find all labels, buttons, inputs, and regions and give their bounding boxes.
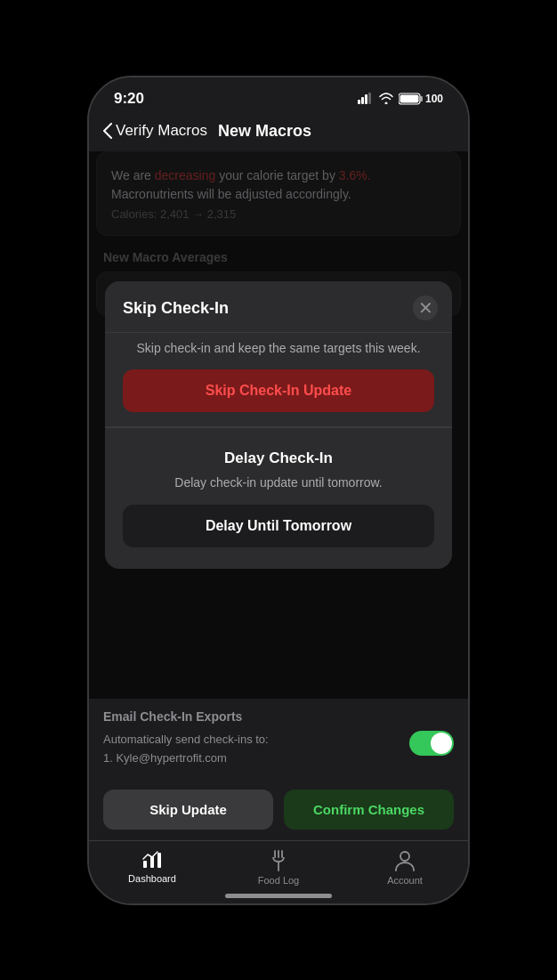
wifi-icon <box>379 93 393 104</box>
tab-foodlog-label: Food Log <box>258 875 299 886</box>
tab-dashboard-label: Dashboard <box>128 873 176 884</box>
tab-dashboard[interactable]: Dashboard <box>89 850 215 886</box>
back-button[interactable]: Verify Macros <box>103 122 207 140</box>
confirm-changes-button[interactable]: Confirm Changes <box>284 790 454 830</box>
foodlog-icon <box>270 850 287 871</box>
bottom-section: Email Check-In Exports Automatically sen… <box>89 699 468 779</box>
email-row: Automatically send check-ins to:1. Kyle@… <box>103 731 454 768</box>
skip-description: Skip check-in and keep the same targets … <box>123 340 434 358</box>
modal-overlay: Skip Check-In ✕ Skip check-in and keep t… <box>89 151 468 699</box>
email-toggle[interactable] <box>409 731 454 756</box>
svg-rect-3 <box>368 93 371 104</box>
toggle-knob <box>431 733 452 754</box>
skip-update-button[interactable]: Skip Update <box>103 790 273 830</box>
svg-rect-7 <box>143 861 147 868</box>
email-section-title: Email Check-In Exports <box>103 709 454 724</box>
battery-level: 100 <box>425 93 443 105</box>
tab-account[interactable]: Account <box>342 850 468 886</box>
svg-rect-1 <box>361 97 364 104</box>
svg-point-14 <box>400 852 409 861</box>
tab-account-label: Account <box>387 875 423 886</box>
delay-description: Delay check-in update until tomorrow. <box>123 474 434 492</box>
status-bar: 9:20 <box>89 77 468 115</box>
account-icon <box>395 850 415 871</box>
phone-frame: 9:20 <box>0 0 557 980</box>
main-content: We are decreasing your calorie target by… <box>89 151 468 699</box>
nav-header: Verify Macros New Macros <box>89 115 468 151</box>
svg-rect-2 <box>365 94 367 104</box>
close-icon: ✕ <box>418 297 433 319</box>
status-icons: 100 <box>358 93 443 105</box>
battery-indicator: 100 <box>399 93 443 105</box>
dashboard-icon <box>141 850 163 870</box>
modal-close-button[interactable]: ✕ <box>413 296 438 320</box>
delay-button[interactable]: Delay Until Tomorrow <box>123 505 434 547</box>
skip-section: Skip check-in and keep the same targets … <box>105 332 452 427</box>
back-chevron-icon <box>103 123 112 139</box>
skip-checkin-button[interactable]: Skip Check-In Update <box>123 369 434 412</box>
status-time: 9:20 <box>114 90 144 108</box>
phone-body: 9:20 <box>87 76 470 905</box>
nav-title: New Macros <box>218 122 311 141</box>
back-label: Verify Macros <box>116 122 207 140</box>
battery-icon <box>399 93 424 105</box>
delay-section: Delay Check-In Delay check-in update unt… <box>105 427 452 562</box>
skip-checkin-modal: Skip Check-In ✕ Skip check-in and keep t… <box>105 281 452 569</box>
action-buttons: Skip Update Confirm Changes <box>89 779 468 840</box>
signal-icon <box>358 93 374 104</box>
tab-foodlog[interactable]: Food Log <box>215 850 342 886</box>
svg-rect-8 <box>150 856 154 868</box>
home-indicator <box>225 894 332 898</box>
svg-rect-0 <box>358 100 360 104</box>
email-text: Automatically send check-ins to:1. Kyle@… <box>103 731 269 768</box>
email-auto-text: Automatically send check-ins to:1. Kyle@… <box>103 733 269 765</box>
svg-rect-5 <box>420 96 423 101</box>
modal-header: Skip Check-In ✕ <box>105 281 452 332</box>
svg-rect-6 <box>400 94 418 102</box>
delay-title: Delay Check-In <box>123 450 434 467</box>
svg-rect-9 <box>157 853 161 868</box>
modal-title: Skip Check-In <box>123 299 229 317</box>
